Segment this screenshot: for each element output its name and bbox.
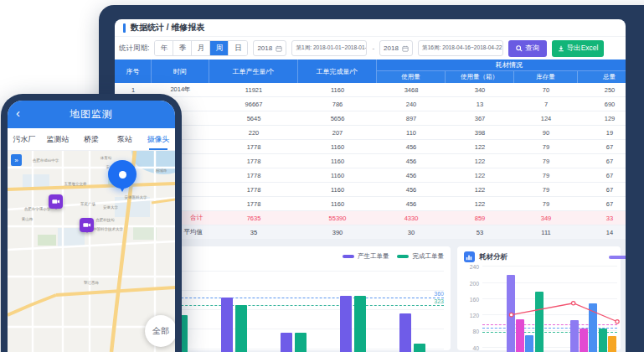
selected-location-pin[interactable] [108, 160, 137, 189]
query-button[interactable]: 查询 [508, 40, 547, 57]
end-year-select[interactable]: 2018 [379, 40, 413, 56]
map-label: 安徽医科大学 [125, 194, 147, 199]
group-column: 耗材情况 使用量使用量（箱）库存量总量 [377, 60, 626, 83]
expand-panel-button[interactable]: » [11, 154, 22, 166]
table-cell: 1160 [298, 197, 377, 210]
total-row: 合计763555390433085934933 [115, 211, 626, 225]
bar-chart-icon [464, 251, 475, 262]
table-cell: 124 [514, 111, 578, 125]
table-cell: 79 [514, 140, 578, 153]
group-header: 耗材情况 [377, 60, 626, 71]
sub-column-header: 库存量 [514, 71, 578, 83]
column-header: 序号 [115, 60, 152, 83]
bar [235, 305, 247, 352]
phone-header: ‹ 地图监测 [8, 101, 175, 128]
total-cell: 33 [578, 211, 626, 225]
table-cell: 1160 [298, 140, 377, 153]
table-cell: 456 [377, 154, 446, 168]
end-week-input[interactable]: 第16周: 2018-04-16~2018-04-22 [418, 40, 503, 56]
map-label: 望江西路 [84, 280, 99, 284]
bar [340, 296, 352, 352]
total-cell: 859 [446, 211, 514, 225]
average-row: 平均值35390305311114 [115, 225, 626, 240]
table-row: 7177811604561227967 [115, 168, 626, 183]
table-cell: 7 [514, 97, 578, 111]
table-cell: 398 [446, 126, 514, 139]
table-cell: 1778 [209, 154, 298, 168]
sub-column-header: 总量 [578, 71, 626, 83]
map-label: 安徽大学 [103, 204, 118, 209]
period-option[interactable]: 月 [192, 41, 210, 55]
total-cell: 4330 [377, 211, 446, 225]
bar [354, 296, 366, 352]
phone-tab[interactable]: 桥梁 [75, 128, 108, 150]
column-header: 工单产生量/个 [209, 60, 298, 83]
camera-marker[interactable] [49, 194, 63, 209]
period-option[interactable]: 季 [173, 41, 192, 55]
bar [295, 333, 307, 352]
calendar-icon [276, 45, 282, 52]
period-label: 统计周期: [119, 44, 149, 54]
legend-swatch [397, 255, 409, 258]
table-body: 12014年119211160346834070250 296667786240… [115, 83, 626, 211]
table-cell: 1160 [298, 154, 377, 168]
consumables-plot: 4080120160200240 [482, 268, 617, 352]
table-cell: 67 [578, 183, 626, 196]
camera-marker[interactable] [80, 218, 94, 232]
table-row: 6177811604561227967 [115, 154, 626, 168]
table-cell: 3468 [377, 83, 446, 96]
table-cell: 122 [446, 183, 514, 196]
reference-line-label: 360 [434, 291, 444, 297]
table-cell: 1160 [298, 183, 377, 196]
table-cell: 690 [578, 97, 626, 111]
table-cell: 1160 [298, 83, 377, 96]
phone-tab-bar: 污水厂监测站桥梁泵站摄像头 [8, 128, 175, 151]
start-year-select[interactable]: 2018 [253, 40, 286, 56]
phone-tab[interactable]: 泵站 [108, 128, 142, 150]
map-view[interactable]: 合肥市琥珀中学 体育馆 安徽农业大学 桐城路 五里墩立交桥 安徽医科大学 合肥市… [8, 151, 175, 352]
bar [399, 313, 411, 352]
trend-line [482, 268, 617, 352]
map-label: 合肥市琥珀中学 [33, 158, 59, 162]
phone-tab[interactable]: 污水厂 [8, 128, 41, 150]
period-option[interactable]: 年 [155, 41, 173, 55]
start-week-input[interactable]: 第1周: 2018-01-01~2018-01-07 [291, 40, 367, 56]
consumables-legend-swatch [609, 256, 626, 259]
total-cell: 349 [514, 211, 578, 225]
period-option[interactable]: 周 [210, 41, 229, 55]
back-icon[interactable]: ‹ [16, 106, 20, 121]
calendar-icon [402, 45, 409, 52]
phone-frame: ‹ 地图监测 污水厂监测站桥梁泵站摄像头 [1, 94, 182, 352]
table-cell: 122 [446, 168, 514, 182]
export-excel-button[interactable]: 导出Excel [552, 40, 604, 57]
map-label: 中国科学技术大学 [93, 226, 123, 230]
table-row: 9177811604561227967 [115, 197, 626, 211]
total-cell: 55390 [298, 211, 377, 225]
bar [414, 344, 425, 352]
column-header: 工单完成量/个 [298, 60, 377, 83]
table-cell: 79 [514, 183, 578, 196]
map-label: 黄山路 [22, 216, 33, 220]
phone-tab[interactable]: 摄像头 [142, 128, 175, 150]
phone-tab[interactable]: 监测站 [41, 128, 75, 150]
reference-line-label: 323 [434, 298, 444, 304]
report-table: 序号时间工单产生量/个工单完成量/个 耗材情况 使用量使用量（箱）库存量总量 1… [115, 60, 626, 240]
map-label: 合肥市宁溪小学 [24, 206, 51, 210]
average-cell: 30 [377, 225, 446, 239]
table-cell: 129 [578, 111, 626, 125]
table-cell: 79 [514, 154, 578, 168]
map-label: 翠庭广场 [80, 201, 95, 205]
filter-bar: 统计周期: 年季月周日 2018 第1周: 2018-01-01~2018-01… [115, 37, 626, 60]
table-cell: 67 [578, 197, 626, 210]
period-option[interactable]: 日 [229, 41, 247, 55]
phone-page-title: 地图监测 [70, 107, 113, 122]
y-axis-tick-label: 80 [461, 329, 479, 334]
table-row: 12014年119211160346834070250 [115, 83, 626, 97]
table-cell: 220 [209, 126, 298, 139]
table-cell: 897 [377, 111, 446, 125]
y-axis-tick-label: 40 [461, 345, 479, 351]
camera-icon [51, 197, 60, 206]
average-cell: 14 [578, 225, 626, 239]
map-label: 合肥科技馆 [95, 217, 115, 221]
all-button[interactable]: 全部 [145, 315, 175, 347]
